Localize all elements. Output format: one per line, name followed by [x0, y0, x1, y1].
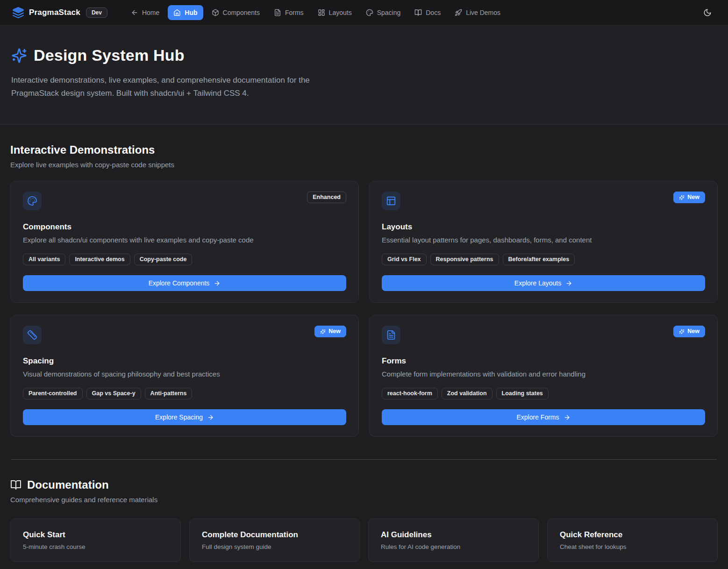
- nav-item-home[interactable]: Home: [125, 5, 165, 20]
- button-label: Explore Layouts: [514, 279, 561, 287]
- sparkles-icon: [320, 329, 326, 334]
- spacing-icon-box: [23, 326, 42, 344]
- layers-logo-icon: [12, 7, 24, 19]
- sparkles-icon: [679, 329, 685, 334]
- doc-card-title: Quick Reference: [560, 530, 705, 540]
- nav-item-label: Components: [223, 9, 260, 16]
- button-label: Explore Spacing: [155, 413, 203, 421]
- tag-row: All variants Interactive demos Copy-past…: [23, 254, 346, 265]
- tag: Responsive patterns: [430, 254, 499, 265]
- layouts-icon-box: [382, 192, 400, 210]
- doc-card-title: AI Guidelines: [381, 530, 526, 540]
- enhanced-badge: Enhanced: [307, 192, 346, 203]
- nav-item-forms[interactable]: Forms: [268, 5, 309, 20]
- documentation-heading: Documentation: [10, 478, 718, 491]
- tag: Zod validation: [442, 388, 492, 399]
- tag: Parent-controlled: [23, 388, 83, 399]
- demo-card-spacing: New Spacing Visual demonstrations of spa…: [10, 315, 359, 437]
- demos-heading: Interactive Demonstrations: [10, 143, 718, 156]
- demos-subheading: Explore live examples with copy-paste co…: [10, 161, 718, 169]
- explore-layouts-button[interactable]: Explore Layouts: [382, 275, 705, 291]
- page-title: Design System Hub: [34, 46, 185, 64]
- new-badge: New: [314, 326, 346, 337]
- panels-top-left-icon: [386, 196, 396, 206]
- nav-item-label: Home: [142, 9, 159, 16]
- arrow-right-icon: [214, 280, 221, 287]
- doc-card-subtitle: Rules for AI code generation: [381, 543, 526, 550]
- moon-icon: [703, 8, 712, 17]
- book-open-icon: [10, 479, 21, 491]
- nav-item-spacing[interactable]: Spacing: [360, 5, 407, 20]
- tag: Loading states: [496, 388, 549, 399]
- brand-name: PragmaStack: [29, 8, 80, 17]
- nav-item-docs[interactable]: Docs: [409, 5, 446, 20]
- tag-row: Grid vs Flex Responsive patterns Before/…: [382, 254, 705, 265]
- layout-dashboard-icon: [318, 9, 325, 16]
- brand[interactable]: PragmaStack: [12, 7, 80, 19]
- arrow-right-icon: [565, 280, 572, 287]
- card-description: Visual demonstrations of spacing philoso…: [23, 370, 346, 378]
- card-title: Components: [23, 222, 346, 232]
- card-description: Complete form implementations with valid…: [382, 370, 705, 378]
- explore-components-button[interactable]: Explore Components: [23, 275, 346, 291]
- card-description: Explore all shadcn/ui components with li…: [23, 236, 346, 244]
- hero-section: Design System Hub Interactive demonstrat…: [0, 26, 728, 125]
- new-badge: New: [673, 326, 705, 337]
- nav-item-hub[interactable]: Hub: [168, 5, 203, 20]
- tag: Interactive demos: [69, 254, 130, 265]
- nav-item-label: Spacing: [377, 9, 401, 16]
- palette-icon: [366, 9, 373, 16]
- tag: Anti-patterns: [145, 388, 193, 399]
- demo-card-components: Enhanced Components Explore all shadcn/u…: [10, 181, 359, 303]
- tag: Gap vs Space-y: [86, 388, 141, 399]
- tag: Grid vs Flex: [382, 254, 427, 265]
- tag-row: react-hook-form Zod validation Loading s…: [382, 388, 705, 399]
- box-icon: [212, 9, 219, 16]
- doc-card-quick-start[interactable]: Quick Start 5-minute crash course: [10, 519, 181, 562]
- page-subtitle: Interactive demonstrations, live example…: [11, 74, 359, 100]
- book-open-icon: [414, 9, 422, 16]
- file-text-icon: [386, 330, 396, 340]
- env-badge: Dev: [86, 7, 107, 18]
- nav-item-live-demos[interactable]: Live Demos: [449, 5, 506, 20]
- arrow-right-icon: [207, 414, 214, 421]
- nav-item-label: Docs: [426, 9, 441, 16]
- documentation-subheading: Comprehensive guides and reference mater…: [10, 496, 718, 504]
- nav-item-label: Live Demos: [466, 9, 500, 16]
- nav-item-components[interactable]: Components: [206, 5, 265, 20]
- nav-item-layouts[interactable]: Layouts: [312, 5, 357, 20]
- card-title: Spacing: [23, 356, 346, 366]
- components-icon-box: [23, 192, 42, 210]
- badge-label: New: [687, 328, 699, 335]
- demo-card-grid: Enhanced Components Explore all shadcn/u…: [10, 181, 718, 437]
- explore-spacing-button[interactable]: Explore Spacing: [23, 409, 346, 425]
- doc-card-quick-reference[interactable]: Quick Reference Cheat sheet for lookups: [547, 519, 718, 562]
- badge-label: New: [687, 194, 699, 201]
- theme-toggle-button[interactable]: [699, 4, 716, 21]
- button-label: Explore Components: [149, 279, 210, 287]
- doc-card-subtitle: Full design system guide: [202, 543, 347, 550]
- new-badge: New: [673, 192, 705, 203]
- doc-card-grid: Quick Start 5-minute crash course Comple…: [10, 519, 718, 562]
- doc-card-ai-guidelines[interactable]: AI Guidelines Rules for AI code generati…: [368, 519, 539, 562]
- card-description: Essential layout patterns for pages, das…: [382, 236, 705, 244]
- file-text-icon: [274, 9, 281, 16]
- tag-row: Parent-controlled Gap vs Space-y Anti-pa…: [23, 388, 346, 399]
- tag: All variants: [23, 254, 65, 265]
- rocket-icon: [455, 9, 462, 16]
- sparkles-icon: [11, 48, 27, 64]
- tag: Before/after examples: [503, 254, 575, 265]
- doc-card-complete-documentation[interactable]: Complete Documentation Full design syste…: [189, 519, 360, 562]
- forms-icon-box: [382, 326, 400, 344]
- documentation-heading-label: Documentation: [27, 478, 109, 491]
- nav-links: Home Hub Components Forms Layouts Spacin…: [125, 5, 506, 20]
- nav-item-label: Forms: [285, 9, 304, 16]
- doc-card-subtitle: 5-minute crash course: [23, 543, 168, 550]
- explore-forms-button[interactable]: Explore Forms: [382, 409, 705, 425]
- arrow-left-icon: [131, 9, 138, 16]
- main-content: Interactive Demonstrations Explore live …: [0, 125, 728, 562]
- navbar: PragmaStack Dev Home Hub Components Form…: [0, 0, 728, 26]
- tag: react-hook-form: [382, 388, 438, 399]
- doc-card-title: Quick Start: [23, 530, 168, 540]
- button-label: Explore Forms: [516, 413, 559, 421]
